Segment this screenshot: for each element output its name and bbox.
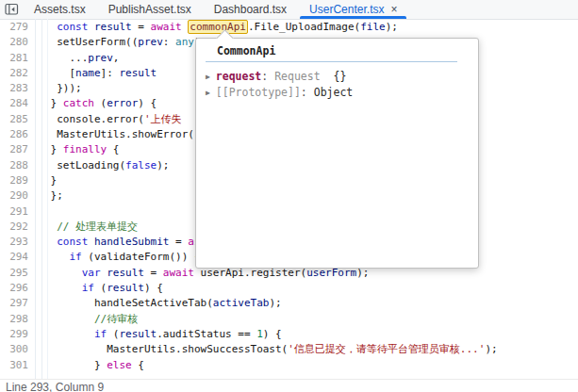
- line-number[interactable]: 280: [0, 35, 28, 50]
- code-token: =: [169, 236, 188, 248]
- line-number[interactable]: 288: [0, 158, 28, 173]
- line-number[interactable]: 291: [0, 204, 28, 220]
- code-token: =: [132, 21, 151, 33]
- code-token: result: [107, 267, 144, 279]
- code-token: prev: [138, 36, 163, 48]
- code-line-300[interactable]: 300MasterUtils.showSuccessToast('信息已提交，请…: [0, 342, 578, 357]
- code-token: //待审核: [94, 313, 138, 325]
- code-line-301[interactable]: 301} else {: [0, 358, 578, 373]
- code-token: false: [125, 159, 157, 172]
- property-value: {}: [327, 70, 347, 83]
- line-number[interactable]: 286: [0, 127, 28, 142]
- code-line-279[interactable]: 279const result = await commonApi.File_U…: [0, 20, 578, 35]
- code-line-296[interactable]: 296if (result) {: [0, 281, 578, 296]
- code-token: [88, 236, 94, 248]
- devtools-sources-panel: Assets.tsxPublishAsset.tsxDashboard.tsxU…: [0, 0, 578, 392]
- popup-property-row[interactable]: ▶[[Prototype]]: Object: [196, 85, 478, 101]
- line-number[interactable]: 281: [0, 51, 28, 66]
- line-number[interactable]: 282: [0, 66, 28, 81]
- line-number[interactable]: 298: [0, 312, 28, 327]
- code-token: }: [51, 143, 63, 155]
- property-colon: :: [261, 70, 274, 83]
- line-number[interactable]: 297: [0, 296, 28, 311]
- code-token: any: [175, 36, 194, 48]
- tab-label: PublishAsset.tsx: [108, 3, 191, 16]
- line-number[interactable]: 299: [0, 327, 28, 342]
- status-bar: Line 293, Column 9: [0, 379, 578, 392]
- property-value: Object: [314, 86, 354, 99]
- show-navigator-button[interactable]: [0, 0, 23, 19]
- tab-dashboard-tsx[interactable]: Dashboard.tsx: [203, 0, 298, 19]
- code-token: if: [94, 328, 107, 340]
- tab-assets-tsx[interactable]: Assets.tsx: [23, 0, 97, 19]
- line-number[interactable]: 284: [0, 96, 28, 111]
- code-token: (validateForm()) {: [82, 251, 201, 263]
- line-code: if (result.auditStatus == 1) {: [28, 327, 578, 342]
- code-token: (: [107, 328, 119, 340]
- line-number[interactable]: 293: [0, 235, 28, 250]
- code-token: '上传失: [144, 113, 182, 125]
- line-number[interactable]: 287: [0, 142, 28, 157]
- line-number[interactable]: 283: [0, 81, 28, 96]
- code-token: result: [119, 328, 157, 340]
- expand-arrow-icon[interactable]: ▶: [206, 85, 210, 101]
- code-token: result: [107, 282, 144, 294]
- property-name: request: [216, 70, 261, 83]
- code-token: ) {: [138, 97, 157, 109]
- cursor-position-label: Line 293, Column 9: [6, 381, 104, 392]
- code-token: await: [163, 267, 194, 279]
- code-line-299[interactable]: 299if (result.auditStatus == 1) {: [0, 327, 578, 342]
- line-number[interactable]: 295: [0, 266, 28, 281]
- code-token: '信息已提交，请等待平台管理员审核...': [288, 343, 485, 355]
- code-token: };: [51, 189, 63, 202]
- code-token: );: [386, 21, 398, 33]
- tab-label: Dashboard.tsx: [214, 3, 287, 16]
- tab-usercenter-tsx[interactable]: UserCenter.tsx×: [298, 0, 408, 19]
- code-token: );: [485, 343, 497, 355]
- code-token: await: [151, 21, 182, 33]
- code-token: :: [163, 36, 175, 48]
- fold-column-separator: [41, 19, 42, 379]
- line-number[interactable]: 301: [0, 358, 28, 373]
- tab-label: Assets.tsx: [34, 3, 86, 16]
- code-token: }));: [57, 82, 82, 94]
- line-number[interactable]: 292: [0, 220, 28, 235]
- line-number[interactable]: 279: [0, 20, 28, 35]
- code-token: .auditStatus ==: [157, 328, 256, 340]
- popup-property-row[interactable]: ▶request: Request {}: [196, 69, 478, 85]
- line-number[interactable]: 290: [0, 188, 28, 204]
- code-token: (: [94, 282, 107, 294]
- code-token: if: [82, 282, 94, 294]
- code-token: result: [119, 67, 157, 79]
- code-token: if: [69, 251, 81, 263]
- code-line-297[interactable]: 297handleSetActiveTab(activeTab);: [0, 296, 578, 311]
- code-token: {: [132, 359, 144, 371]
- line-code: } else {: [28, 358, 578, 373]
- line-number[interactable]: 289: [0, 173, 28, 188]
- expand-arrow-icon[interactable]: ▶: [206, 69, 210, 85]
- tab-publishasset-tsx[interactable]: PublishAsset.tsx: [97, 0, 203, 19]
- code-token: .File_UploadImage(: [248, 21, 360, 33]
- indent-guide: [47, 19, 48, 379]
- code-token: console.error(: [57, 113, 144, 125]
- line-code: handleSetActiveTab(activeTab);: [28, 296, 578, 311]
- code-token: (: [94, 97, 107, 109]
- property-colon: :: [301, 86, 314, 99]
- code-token: ) {: [263, 328, 282, 340]
- tab-close-icon[interactable]: ×: [390, 3, 397, 16]
- code-token: name: [75, 67, 101, 79]
- line-number[interactable]: 296: [0, 281, 28, 296]
- code-token: MasterUtils.showSuccessToast(: [107, 343, 288, 355]
- line-number[interactable]: 294: [0, 250, 28, 265]
- line-number[interactable]: 300: [0, 342, 28, 357]
- code-token: else: [107, 359, 132, 371]
- line-code: //待审核: [28, 312, 578, 327]
- line-code: const result = await commonApi.File_Uplo…: [28, 20, 578, 35]
- line-code: if (result) {: [28, 281, 578, 296]
- code-line-298[interactable]: 298//待审核: [0, 312, 578, 327]
- show-navigator-panel-icon: [5, 3, 19, 16]
- line-number[interactable]: 285: [0, 112, 28, 127]
- code-token: );: [269, 297, 281, 309]
- hovered-token[interactable]: commonApi: [188, 20, 248, 34]
- code-token: error: [107, 97, 138, 109]
